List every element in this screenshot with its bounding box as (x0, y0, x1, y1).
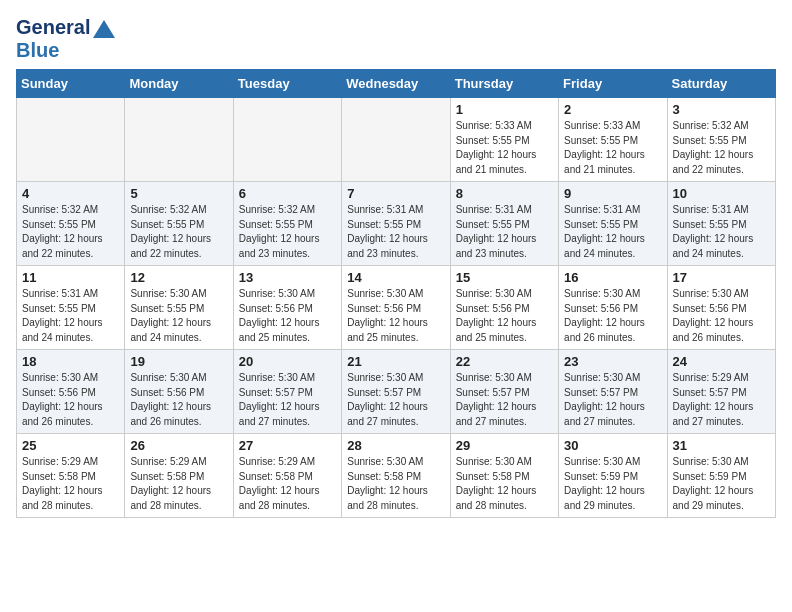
calendar-week-row: 11Sunrise: 5:31 AM Sunset: 5:55 PM Dayli… (17, 266, 776, 350)
calendar-cell: 13Sunrise: 5:30 AM Sunset: 5:56 PM Dayli… (233, 266, 341, 350)
day-info: Sunrise: 5:32 AM Sunset: 5:55 PM Dayligh… (239, 203, 336, 261)
calendar-cell: 12Sunrise: 5:30 AM Sunset: 5:55 PM Dayli… (125, 266, 233, 350)
day-info: Sunrise: 5:33 AM Sunset: 5:55 PM Dayligh… (564, 119, 661, 177)
day-info: Sunrise: 5:30 AM Sunset: 5:56 PM Dayligh… (564, 287, 661, 345)
day-info: Sunrise: 5:31 AM Sunset: 5:55 PM Dayligh… (673, 203, 770, 261)
day-info: Sunrise: 5:30 AM Sunset: 5:55 PM Dayligh… (130, 287, 227, 345)
day-number: 14 (347, 270, 444, 285)
day-number: 28 (347, 438, 444, 453)
day-number: 21 (347, 354, 444, 369)
day-info: Sunrise: 5:30 AM Sunset: 5:56 PM Dayligh… (673, 287, 770, 345)
day-info: Sunrise: 5:31 AM Sunset: 5:55 PM Dayligh… (22, 287, 119, 345)
day-number: 19 (130, 354, 227, 369)
empty-cell (233, 98, 341, 182)
day-number: 23 (564, 354, 661, 369)
calendar-week-row: 1Sunrise: 5:33 AM Sunset: 5:55 PM Daylig… (17, 98, 776, 182)
day-number: 31 (673, 438, 770, 453)
calendar-cell: 8Sunrise: 5:31 AM Sunset: 5:55 PM Daylig… (450, 182, 558, 266)
day-info: Sunrise: 5:31 AM Sunset: 5:55 PM Dayligh… (564, 203, 661, 261)
day-info: Sunrise: 5:32 AM Sunset: 5:55 PM Dayligh… (673, 119, 770, 177)
day-info: Sunrise: 5:30 AM Sunset: 5:57 PM Dayligh… (456, 371, 553, 429)
day-number: 24 (673, 354, 770, 369)
day-number: 1 (456, 102, 553, 117)
day-info: Sunrise: 5:31 AM Sunset: 5:55 PM Dayligh… (347, 203, 444, 261)
calendar-cell: 26Sunrise: 5:29 AM Sunset: 5:58 PM Dayli… (125, 434, 233, 518)
day-number: 2 (564, 102, 661, 117)
day-number: 6 (239, 186, 336, 201)
empty-cell (342, 98, 450, 182)
weekday-header-row: SundayMondayTuesdayWednesdayThursdayFrid… (17, 70, 776, 98)
day-number: 11 (22, 270, 119, 285)
day-number: 13 (239, 270, 336, 285)
day-number: 30 (564, 438, 661, 453)
weekday-header: Saturday (667, 70, 775, 98)
calendar-cell: 6Sunrise: 5:32 AM Sunset: 5:55 PM Daylig… (233, 182, 341, 266)
calendar-cell: 3Sunrise: 5:32 AM Sunset: 5:55 PM Daylig… (667, 98, 775, 182)
day-info: Sunrise: 5:30 AM Sunset: 5:56 PM Dayligh… (130, 371, 227, 429)
calendar-cell: 28Sunrise: 5:30 AM Sunset: 5:58 PM Dayli… (342, 434, 450, 518)
day-info: Sunrise: 5:29 AM Sunset: 5:58 PM Dayligh… (130, 455, 227, 513)
calendar-cell: 18Sunrise: 5:30 AM Sunset: 5:56 PM Dayli… (17, 350, 125, 434)
calendar: SundayMondayTuesdayWednesdayThursdayFrid… (16, 69, 776, 518)
calendar-cell: 20Sunrise: 5:30 AM Sunset: 5:57 PM Dayli… (233, 350, 341, 434)
weekday-header: Monday (125, 70, 233, 98)
calendar-cell: 30Sunrise: 5:30 AM Sunset: 5:59 PM Dayli… (559, 434, 667, 518)
day-number: 22 (456, 354, 553, 369)
day-info: Sunrise: 5:30 AM Sunset: 5:56 PM Dayligh… (239, 287, 336, 345)
calendar-cell: 24Sunrise: 5:29 AM Sunset: 5:57 PM Dayli… (667, 350, 775, 434)
svg-marker-0 (93, 20, 115, 38)
day-info: Sunrise: 5:30 AM Sunset: 5:57 PM Dayligh… (347, 371, 444, 429)
day-info: Sunrise: 5:33 AM Sunset: 5:55 PM Dayligh… (456, 119, 553, 177)
day-number: 17 (673, 270, 770, 285)
day-number: 16 (564, 270, 661, 285)
empty-cell (17, 98, 125, 182)
day-number: 5 (130, 186, 227, 201)
calendar-week-row: 25Sunrise: 5:29 AM Sunset: 5:58 PM Dayli… (17, 434, 776, 518)
day-number: 20 (239, 354, 336, 369)
calendar-cell: 1Sunrise: 5:33 AM Sunset: 5:55 PM Daylig… (450, 98, 558, 182)
calendar-cell: 10Sunrise: 5:31 AM Sunset: 5:55 PM Dayli… (667, 182, 775, 266)
day-info: Sunrise: 5:30 AM Sunset: 5:58 PM Dayligh… (347, 455, 444, 513)
day-number: 26 (130, 438, 227, 453)
calendar-cell: 23Sunrise: 5:30 AM Sunset: 5:57 PM Dayli… (559, 350, 667, 434)
header: General Blue (16, 16, 776, 61)
day-number: 8 (456, 186, 553, 201)
day-info: Sunrise: 5:30 AM Sunset: 5:57 PM Dayligh… (239, 371, 336, 429)
calendar-week-row: 4Sunrise: 5:32 AM Sunset: 5:55 PM Daylig… (17, 182, 776, 266)
day-number: 12 (130, 270, 227, 285)
calendar-cell: 17Sunrise: 5:30 AM Sunset: 5:56 PM Dayli… (667, 266, 775, 350)
day-number: 4 (22, 186, 119, 201)
calendar-cell: 31Sunrise: 5:30 AM Sunset: 5:59 PM Dayli… (667, 434, 775, 518)
empty-cell (125, 98, 233, 182)
calendar-cell: 29Sunrise: 5:30 AM Sunset: 5:58 PM Dayli… (450, 434, 558, 518)
day-number: 7 (347, 186, 444, 201)
day-number: 25 (22, 438, 119, 453)
day-number: 9 (564, 186, 661, 201)
logo: General Blue (16, 16, 115, 61)
day-info: Sunrise: 5:29 AM Sunset: 5:58 PM Dayligh… (22, 455, 119, 513)
day-number: 10 (673, 186, 770, 201)
day-info: Sunrise: 5:32 AM Sunset: 5:55 PM Dayligh… (130, 203, 227, 261)
weekday-header: Thursday (450, 70, 558, 98)
day-info: Sunrise: 5:30 AM Sunset: 5:57 PM Dayligh… (564, 371, 661, 429)
weekday-header: Friday (559, 70, 667, 98)
day-info: Sunrise: 5:29 AM Sunset: 5:57 PM Dayligh… (673, 371, 770, 429)
calendar-cell: 19Sunrise: 5:30 AM Sunset: 5:56 PM Dayli… (125, 350, 233, 434)
day-number: 3 (673, 102, 770, 117)
day-info: Sunrise: 5:30 AM Sunset: 5:59 PM Dayligh… (673, 455, 770, 513)
day-info: Sunrise: 5:29 AM Sunset: 5:58 PM Dayligh… (239, 455, 336, 513)
calendar-cell: 27Sunrise: 5:29 AM Sunset: 5:58 PM Dayli… (233, 434, 341, 518)
day-info: Sunrise: 5:31 AM Sunset: 5:55 PM Dayligh… (456, 203, 553, 261)
day-info: Sunrise: 5:30 AM Sunset: 5:58 PM Dayligh… (456, 455, 553, 513)
calendar-cell: 14Sunrise: 5:30 AM Sunset: 5:56 PM Dayli… (342, 266, 450, 350)
calendar-week-row: 18Sunrise: 5:30 AM Sunset: 5:56 PM Dayli… (17, 350, 776, 434)
calendar-cell: 16Sunrise: 5:30 AM Sunset: 5:56 PM Dayli… (559, 266, 667, 350)
calendar-cell: 4Sunrise: 5:32 AM Sunset: 5:55 PM Daylig… (17, 182, 125, 266)
day-info: Sunrise: 5:30 AM Sunset: 5:56 PM Dayligh… (456, 287, 553, 345)
calendar-cell: 22Sunrise: 5:30 AM Sunset: 5:57 PM Dayli… (450, 350, 558, 434)
weekday-header: Tuesday (233, 70, 341, 98)
calendar-cell: 15Sunrise: 5:30 AM Sunset: 5:56 PM Dayli… (450, 266, 558, 350)
calendar-cell: 11Sunrise: 5:31 AM Sunset: 5:55 PM Dayli… (17, 266, 125, 350)
day-info: Sunrise: 5:30 AM Sunset: 5:59 PM Dayligh… (564, 455, 661, 513)
weekday-header: Wednesday (342, 70, 450, 98)
